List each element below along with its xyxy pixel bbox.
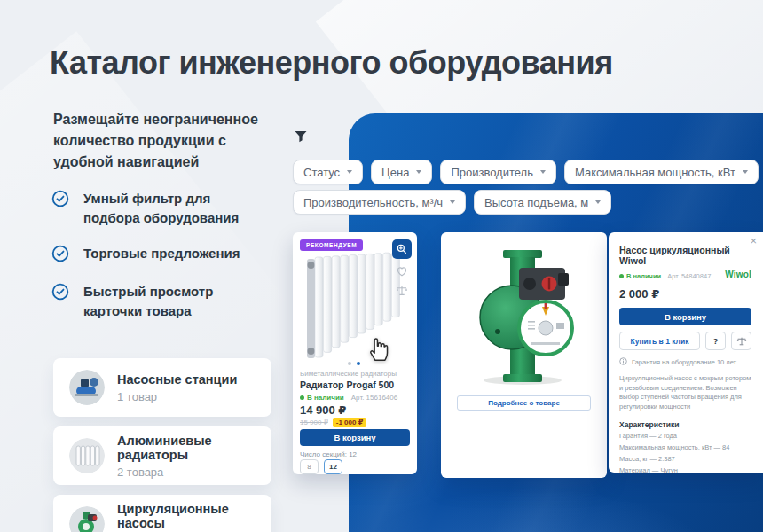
feature-list: Умный фильтр для подбора оборудования То… <box>51 189 256 337</box>
page-title: Каталог инженерного оборудования <box>50 44 613 82</box>
detail-meta: В наличии Арт. 54840847 Wiwol <box>619 271 751 280</box>
spec-line: Материал — Чугун <box>619 466 751 473</box>
radiator-product-image <box>305 246 405 364</box>
one-click-buy-button[interactable]: Купить в 1 клик <box>619 332 700 350</box>
product-price: 14 900 ₽ <box>300 403 410 417</box>
spec-line: Максимальная мощность, кВт — 84 <box>619 443 751 451</box>
in-stock-dot <box>619 274 624 278</box>
specs-title: Характеристики <box>619 420 751 429</box>
filter-funnel-icon[interactable] <box>294 130 308 147</box>
landing-catalog-screen: Каталог инженерного оборудования Размеща… <box>0 0 763 532</box>
sections-label: Число секций: 12 <box>300 450 410 458</box>
detail-sku: Арт. 54840847 <box>667 272 711 280</box>
guarantee-text: Гарантия на оборудование 10 лет <box>632 358 736 366</box>
filter-row-1: Статус Цена Производитель Максимальная м… <box>293 160 759 184</box>
filter-manufacturer[interactable]: Производитель <box>440 160 556 184</box>
chevron-down-icon <box>595 200 601 204</box>
section-options: 8 12 <box>300 459 410 474</box>
filter-row-2: Производительность, м³/ч Высота подъема,… <box>293 190 611 215</box>
filter-label: Производитель <box>451 166 533 179</box>
product-old-price-row: 15 900 ₽ -1 000 ₽ <box>300 418 410 427</box>
guarantee-note: Гарантия на оборудование 10 лет <box>619 357 751 367</box>
brand-logo[interactable]: Wiwol <box>725 270 751 279</box>
filter-label: Цена <box>382 166 409 179</box>
pump-product-image <box>468 246 581 390</box>
category-card-aluminum-radiators[interactable]: Алюминиевые радиаторы 2 товара <box>53 426 271 485</box>
filter-capacity[interactable]: Производительность, м³/ч <box>293 190 466 215</box>
product-name[interactable]: Радиатор Progaf 500 <box>300 379 410 390</box>
spec-line: Масса, кг — 2.387 <box>619 455 751 463</box>
product-action-icons <box>392 239 412 298</box>
old-price: 15 900 ₽ <box>300 419 328 426</box>
product-details-button[interactable]: Подробнее о товаре <box>457 395 591 411</box>
category-count: 1 товар <box>117 390 237 403</box>
check-circle-icon <box>51 283 69 321</box>
feature-item: Быстрый просмотр карточки товара <box>51 282 256 321</box>
filter-max-power[interactable]: Максимальная мощность, кВт <box>564 160 759 184</box>
quick-view-button[interactable] <box>392 239 412 259</box>
detail-description: Циркуляционный насос с мокрым ротором и … <box>619 374 751 412</box>
product-category: Биметаллические радиаторы <box>300 370 410 378</box>
chevron-down-icon <box>416 170 421 174</box>
product-meta: В наличии Арт. 15616406 <box>300 394 410 402</box>
carousel-dot-active[interactable] <box>357 362 360 365</box>
section-option-12-selected[interactable]: 12 <box>324 459 342 474</box>
info-icon <box>619 357 627 367</box>
feature-item: Умный фильтр для подбора оборудования <box>51 189 256 228</box>
product-card-radiator[interactable]: РЕКОМЕНДУЕМ <box>293 232 417 474</box>
feature-label: Торговые предложения <box>83 244 241 266</box>
add-to-cart-button[interactable]: В корзину <box>300 429 410 446</box>
image-carousel-dots[interactable] <box>348 362 360 365</box>
quick-view-card-pump: Подробнее о товаре <box>441 232 607 478</box>
availability-status: В наличии <box>300 394 344 402</box>
category-title: Насосные станции <box>117 372 237 387</box>
compare-icon[interactable] <box>395 284 409 298</box>
filter-lift-height[interactable]: Высота подъема, м <box>474 190 611 215</box>
category-card-pump-stations[interactable]: Насосные станции 1 товар <box>53 358 271 417</box>
product-sku: Арт. 15616406 <box>351 394 397 402</box>
section-option-8[interactable]: 8 <box>300 459 319 474</box>
chevron-down-icon <box>743 170 748 174</box>
filter-status[interactable]: Статус <box>293 160 363 184</box>
compare-button[interactable] <box>731 332 751 350</box>
intro-text: Размещайте неограниченное количество про… <box>53 109 264 173</box>
ask-question-button[interactable]: ? <box>705 332 726 350</box>
product-detail-card: × Насос циркуляционный Wiwol В наличии А… <box>609 232 763 473</box>
spec-line: Гарантия — 2 года <box>619 432 751 440</box>
pump-station-avatar <box>69 370 105 405</box>
feature-label: Умный фильтр для подбора оборудования <box>83 189 241 228</box>
filter-label: Высота подъема, м <box>484 196 588 209</box>
filter-label: Максимальная мощность, кВт <box>575 166 735 179</box>
radiator-avatar <box>69 438 105 473</box>
filter-price[interactable]: Цена <box>371 160 432 184</box>
filter-label: Производительность, м³/ч <box>303 196 443 209</box>
secondary-actions-row: Купить в 1 клик ? <box>619 332 751 350</box>
category-title: Алюминиевые радиаторы <box>117 434 271 462</box>
chevron-down-icon <box>450 200 455 204</box>
category-card-circulation-pumps[interactable]: Циркуляционные насосы 2 товара <box>53 495 271 532</box>
circulation-pump-avatar <box>69 506 105 532</box>
favorite-icon[interactable] <box>395 264 409 278</box>
detail-title: Насос циркуляционный Wiwol <box>619 245 751 266</box>
category-title: Циркуляционные насосы <box>117 502 271 530</box>
chevron-down-icon <box>540 170 546 174</box>
check-circle-icon <box>51 190 69 228</box>
chevron-down-icon <box>347 170 352 174</box>
availability-status: В наличии <box>619 272 661 280</box>
carousel-dot[interactable] <box>348 362 351 365</box>
check-circle-icon <box>51 245 69 266</box>
recommend-badge: РЕКОМЕНДУЕМ <box>300 239 363 251</box>
detail-price: 2 000 ₽ <box>619 287 751 301</box>
feature-label: Быстрый просмотр карточки товара <box>83 282 241 321</box>
close-icon[interactable]: × <box>750 235 757 246</box>
filter-label: Статус <box>303 166 340 179</box>
feature-item: Торговые предложения <box>51 244 256 266</box>
category-count: 2 товара <box>117 466 271 479</box>
add-to-cart-button[interactable]: В корзину <box>619 308 751 325</box>
discount-badge: -1 000 ₽ <box>333 418 366 427</box>
in-stock-dot <box>300 395 304 400</box>
